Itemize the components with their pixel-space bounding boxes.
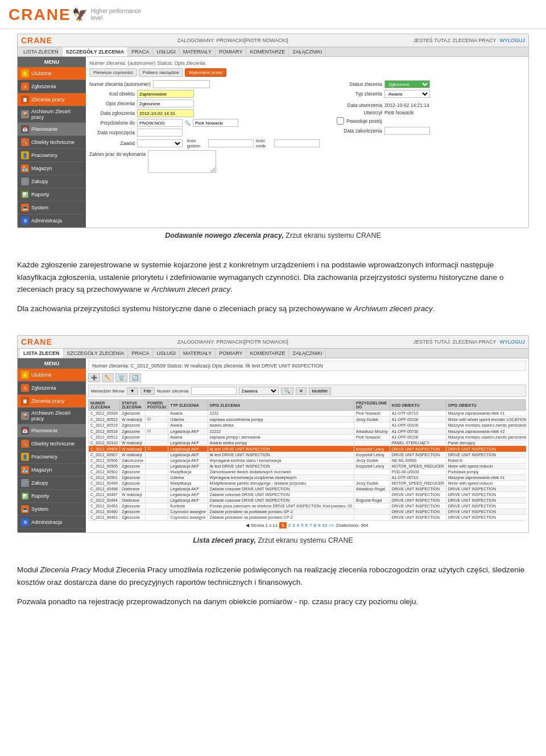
input-szukaj-osoba[interactable] [193, 119, 238, 127]
table-row[interactable]: C_2012_00507W realizacjiLegalizacja AKPl… [89, 452, 527, 458]
pagination-8-link[interactable]: 8 [313, 523, 316, 528]
table-row[interactable]: C_2012_00522W realizacji☑Usterkanaprawa … [89, 416, 527, 423]
table-row[interactable]: C_2012_00493ZgłoszoneKontrolePomiar poza… [89, 503, 527, 509]
sidebar2-item-zlecenia[interactable]: 📋 Zlecenia pracy [18, 395, 86, 408]
tab-materialy-1[interactable]: MATERIAŁY [180, 47, 216, 56]
tab-pomiary-1[interactable]: POMIARY [216, 47, 246, 56]
pagination-next-link[interactable]: >> [329, 523, 334, 528]
app-logout-1[interactable]: WYLOGUJ [499, 38, 525, 43]
btn-add-new[interactable]: ➕ [88, 373, 100, 382]
tab-praca-1[interactable]: PRACA [128, 47, 153, 56]
input-data-zgl[interactable] [137, 109, 194, 117]
th-opis[interactable]: OPIS ZLECENIA [208, 400, 354, 411]
pagination-current[interactable]: 1 [279, 522, 286, 528]
filter-clear-btn[interactable]: ✕ [296, 387, 307, 395]
table-row[interactable]: C_2012_00310W realizacjiLegalizacja AKPA… [89, 440, 527, 446]
input-przydzielone[interactable] [137, 119, 183, 127]
th-numer[interactable]: NUMER ZLECENIA [89, 400, 120, 411]
tab-zalaczniki-2[interactable]: ZAŁĄCZNIKI [289, 349, 326, 358]
tab-komentarze-2[interactable]: KOMENTARZE [247, 349, 289, 358]
sidebar-item-pracownicy[interactable]: 👤 Pracownicy [18, 149, 86, 162]
tab-praca-2[interactable]: PRACA [128, 349, 153, 358]
btn-refresh[interactable]: 🔄 [129, 373, 141, 382]
app-logout-2[interactable]: WYLOGUJ [499, 339, 525, 345]
th-przydzielone[interactable]: PRZYDZIELONE DO [354, 400, 390, 411]
tab-pomiary-2[interactable]: POMIARY [216, 349, 246, 358]
textarea-zakres[interactable] [148, 150, 216, 173]
sidebar-item-raporty[interactable]: 📊 Raporty [18, 188, 86, 201]
table-row[interactable]: C_2012_00502ZgłoszoneModyfikacjaZamontow… [89, 469, 527, 475]
sidebar2-item-raporty[interactable]: 📊 Raporty [18, 490, 86, 503]
btn-wykonane-przez[interactable]: Wykonane przez [185, 68, 227, 77]
pagination-3-link[interactable]: 3 [292, 523, 295, 528]
tab-zalaczniki-1[interactable]: ZAŁĄCZNIKI [289, 47, 326, 56]
tab-materialy-2[interactable]: MATERIAŁY [180, 349, 216, 358]
pagination-6-link[interactable]: 6 [305, 523, 308, 528]
select-zawod[interactable] [137, 139, 183, 147]
th-powod[interactable]: POWÓD POSTOJU [146, 400, 168, 411]
input-opis[interactable] [137, 100, 194, 108]
filter-apply-btn[interactable]: 🔍 [281, 387, 293, 395]
sidebar2-item-ulubione[interactable]: ⭐ Ulubione [18, 369, 86, 382]
table-row[interactable]: C_2012_00499ZgłoszoneModyfikacjaModyfiko… [89, 481, 527, 486]
btn-pobierz-narzedzie[interactable]: Pobierz narzędzie [139, 68, 183, 77]
tab-lista-zlecen-1[interactable]: LISTA ZLECEŃ [20, 47, 63, 56]
th-typ[interactable]: TYP ZLECENIA [168, 400, 208, 411]
pagination-9-link[interactable]: 9 [318, 523, 320, 528]
filter-expand-btn[interactable]: ▼ [127, 387, 138, 395]
table-row[interactable]: C_2012_00519ZgłoszoneAwariaawaria silnik… [89, 423, 527, 428]
sidebar2-item-zgloszenia[interactable]: ⚠ Zgłoszenia [18, 382, 86, 395]
sidebar-item-obiekty[interactable]: 🔧 Obiekty techniczne [18, 136, 86, 149]
pagination-7-link[interactable]: 7 [309, 523, 312, 528]
th-opis-obj[interactable]: OPIS OBIEKTU [446, 400, 526, 411]
tab-komentarze-1[interactable]: KOMENTARZE [246, 47, 289, 56]
sidebar2-item-administracja[interactable]: ⚙ Administracja [18, 516, 86, 529]
sidebar-item-administracja[interactable]: ⚙ Administracja [18, 214, 86, 228]
input-ilosc-osob[interactable] [274, 139, 320, 147]
input-numer[interactable] [153, 80, 210, 88]
tab-lista-zlecen-2[interactable]: LISTA ZLECEŃ [20, 349, 64, 358]
sidebar-item-zakupy[interactable]: 🛒 Zakupy [18, 175, 86, 188]
select-typ[interactable]: Awaria [384, 90, 430, 98]
pagination-10-link[interactable]: 10 [322, 523, 327, 528]
table-row[interactable]: C_2012_00490ZgłoszoneCzynności awaryjneZ… [89, 509, 527, 515]
table-row[interactable]: C_2012_00501ZgłoszoneUsterkaWymagana kon… [89, 475, 527, 481]
sidebar-item-system[interactable]: 💻 System [18, 201, 86, 214]
filter-field-input[interactable] [191, 387, 237, 395]
table-row[interactable]: C_2012_00526ZgłoszoneAwaria2222Piotr Now… [89, 411, 527, 416]
pagination-4-link[interactable]: 4 [297, 523, 299, 528]
table-row[interactable]: C_2012_00497W realizacjiLegalizacja AKPZ… [89, 492, 527, 498]
table-row[interactable]: C_2012_00505ZgłoszoneLegalizacja AKPlik … [89, 464, 527, 469]
sidebar-item-zgloszenia[interactable]: ⚠ Zgłoszenia [18, 80, 86, 93]
th-kod[interactable]: KOD OBIEKTU [390, 400, 446, 411]
filter-btn[interactable]: Filtr [140, 387, 155, 395]
sidebar2-item-magazyn[interactable]: 🏪 Magazyn [18, 464, 86, 477]
table-row[interactable]: C_2012_00498OdebraneLegalizacja AKPZadan… [89, 486, 527, 492]
input-ilosc-godzin[interactable] [208, 139, 254, 147]
sidebar2-item-zakupy[interactable]: 🛒 Zakupy [18, 477, 86, 490]
checkbox-postoj[interactable] [337, 117, 344, 125]
sidebar2-item-archiwum[interactable]: 📦 Archiwum Zleceń pracy [18, 408, 86, 424]
input-kod[interactable] [137, 90, 194, 98]
sidebar2-item-system[interactable]: 💻 System [18, 503, 86, 516]
sidebar2-item-obiekty[interactable]: 🔧 Obiekty techniczne [18, 437, 86, 451]
sidebar-item-planowanie[interactable]: 📅 Planowanie [18, 123, 86, 136]
sidebar-item-zlecenia[interactable]: 📋 Zlecenia pracy [18, 93, 86, 106]
table-row[interactable]: C_2012_00512ZgłoszoneAwarianaprawa pompy… [89, 435, 527, 440]
th-status[interactable]: STATUS ZLECENIA [119, 400, 145, 411]
btn-edit[interactable]: ✏️ [102, 373, 114, 382]
tab-szczegoly-1[interactable]: SZCZEGÓŁY ZLECENIA [63, 47, 128, 56]
filter-condition-select[interactable]: Zawiera [239, 387, 279, 395]
btn-delete[interactable]: 🗑️ [115, 373, 127, 382]
sidebar-item-magazyn[interactable]: 🏪 Magazyn [18, 162, 86, 175]
sidebar2-item-pracownicy[interactable]: 👤 Pracownicy [18, 451, 86, 464]
sidebar2-item-planowanie[interactable]: 📅 Planowanie [18, 424, 86, 437]
table-row[interactable]: C_2012_00518Zgłoszone☑Legalizacja AKP222… [89, 428, 527, 435]
btn-pierwsze-czynnosci[interactable]: Pierwsze czynności [89, 68, 137, 77]
multifiltr-btn[interactable]: Multifiltr [309, 387, 332, 395]
pagination-5-link[interactable]: 5 [301, 523, 303, 528]
sidebar-item-ulubione[interactable]: ⭐ Ulubione [18, 67, 86, 80]
table-row[interactable]: C_2012_00461ZgłoszoneCzynności awaryjneZ… [89, 515, 527, 520]
tab-uslugi-1[interactable]: USŁUGI [153, 47, 180, 56]
select-status[interactable]: Zgłoszone [384, 80, 430, 88]
